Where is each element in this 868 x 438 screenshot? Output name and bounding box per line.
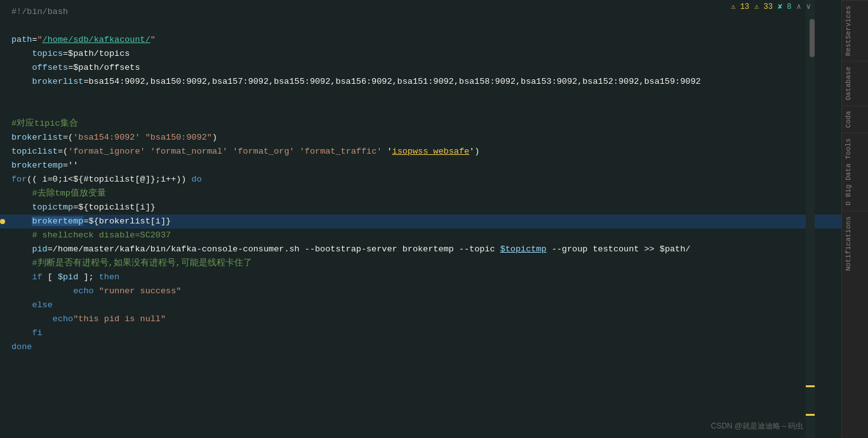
line-gutter bbox=[0, 173, 5, 187]
line-gutter bbox=[0, 340, 5, 354]
sidebar-panel-notifications[interactable]: Notifications bbox=[842, 211, 868, 276]
code-line: pid=/home/master/kafka/bin/kafka-console… bbox=[0, 242, 841, 256]
code-line: topictmp=${topiclist[i]} bbox=[0, 201, 841, 215]
line-gutter bbox=[0, 5, 5, 19]
line-text bbox=[5, 19, 816, 33]
code-line: brokerlist=('bsa154:9092' "bsa150:9092") bbox=[0, 131, 841, 145]
line-text: # shellcheck disable=SC2037 bbox=[5, 229, 816, 242]
line-gutter bbox=[0, 33, 5, 47]
line-text: #对应tipic集合 bbox=[5, 117, 816, 131]
line-gutter bbox=[0, 201, 5, 215]
line-gutter bbox=[0, 298, 5, 312]
line-gutter bbox=[0, 61, 5, 75]
line-text: brokerlist=('bsa154:9092' "bsa150:9092") bbox=[5, 131, 816, 145]
line-gutter bbox=[0, 187, 5, 201]
sidebar-panel-bigdata[interactable]: D Big Data Tools bbox=[842, 133, 868, 211]
line-text: echo "runner success" bbox=[5, 284, 816, 298]
code-line bbox=[0, 19, 841, 33]
code-line: brokerlist=bsa154:9092,bsa150:9092,bsa15… bbox=[0, 75, 841, 89]
scrollbar-track[interactable] bbox=[806, 0, 815, 438]
line-gutter bbox=[0, 117, 5, 131]
line-gutter bbox=[0, 270, 5, 284]
line-gutter bbox=[0, 229, 5, 242]
scroll-marker-2 bbox=[806, 414, 815, 416]
line-text: else bbox=[5, 298, 816, 312]
line-gutter bbox=[0, 215, 5, 229]
chevron-up-icon[interactable]: ∧ bbox=[797, 2, 801, 11]
line-text: echo"this pid is null" bbox=[5, 312, 816, 326]
line-gutter bbox=[0, 89, 5, 103]
line-text: if [ $pid ]; then bbox=[5, 270, 816, 284]
line-text: fi bbox=[5, 326, 816, 340]
line-text bbox=[5, 103, 816, 117]
line-text: done bbox=[5, 340, 816, 354]
watermark: CSDN @就是迪迪略～码虫 bbox=[711, 421, 803, 432]
code-line: #去除tmp值放变量 bbox=[0, 187, 841, 201]
line-gutter bbox=[0, 159, 5, 173]
code-lines: #!/bin/bash path="/home/sdb/kafkacount/"… bbox=[0, 0, 841, 359]
code-line: offsets=$path/offsets bbox=[0, 61, 841, 75]
error-count[interactable]: ⚠ 33 bbox=[754, 2, 773, 11]
line-text: #!/bin/bash bbox=[5, 5, 816, 19]
code-line: fi bbox=[0, 326, 841, 340]
line-text: for(( i=0;i<${#topiclist[@]};i++)) do bbox=[5, 173, 816, 187]
sidebar-panel-restservices[interactable]: RestServices bbox=[842, 0, 868, 61]
code-editor: ⚠ 13 ⚠ 33 ✘ 8 ∧ ∨ #!/bin/bash path="/hom… bbox=[0, 0, 841, 438]
line-gutter bbox=[0, 256, 5, 270]
line-text: brokerlist=bsa154:9092,bsa150:9092,bsa15… bbox=[5, 75, 816, 89]
line-gutter bbox=[0, 47, 5, 61]
right-sidebar: RestServices Database Coda D Big Data To… bbox=[841, 0, 868, 438]
line-text: topiclist=('format_ignore' 'format_norma… bbox=[5, 145, 816, 159]
line-gutter bbox=[0, 284, 5, 298]
code-line: if [ $pid ]; then bbox=[0, 270, 841, 284]
line-text: topictmp=${topiclist[i]} bbox=[5, 201, 816, 215]
scrollbar-thumb[interactable] bbox=[810, 19, 815, 57]
code-line: done bbox=[0, 340, 841, 354]
top-bar: ⚠ 13 ⚠ 33 ✘ 8 ∧ ∨ bbox=[726, 0, 816, 13]
chevron-down-icon[interactable]: ∨ bbox=[806, 2, 811, 11]
line-gutter bbox=[0, 242, 5, 256]
warning-count[interactable]: ⚠ 13 bbox=[731, 2, 749, 11]
line-text bbox=[5, 89, 816, 103]
code-line bbox=[0, 89, 841, 103]
line-text: #去除tmp值放变量 bbox=[5, 187, 816, 201]
line-gutter bbox=[0, 75, 5, 89]
line-gutter bbox=[0, 19, 5, 33]
line-text: offsets=$path/offsets bbox=[5, 61, 816, 75]
code-line: echo "runner success" bbox=[0, 284, 841, 298]
code-line bbox=[0, 103, 841, 117]
line-text: pid=/home/master/kafka/bin/kafka-console… bbox=[5, 242, 816, 256]
code-line: topics=$path/topics bbox=[0, 47, 841, 61]
code-line: path="/home/sdb/kafkacount/" bbox=[0, 33, 841, 47]
code-line: echo"this pid is null" bbox=[0, 312, 841, 326]
code-line: for(( i=0;i<${#topiclist[@]};i++)) do bbox=[0, 173, 841, 187]
line-text: #判断是否有进程号,如果没有进程号,可能是线程卡住了 bbox=[5, 256, 816, 270]
sidebar-panel-coda[interactable]: Coda bbox=[842, 105, 868, 133]
code-line: #判断是否有进程号,如果没有进程号,可能是线程卡住了 bbox=[0, 256, 841, 270]
code-line: brokertemp='' bbox=[0, 159, 841, 173]
code-line: topiclist=('format_ignore' 'format_norma… bbox=[0, 145, 841, 159]
line-gutter bbox=[0, 131, 5, 145]
line-gutter bbox=[0, 326, 5, 340]
line-text: topics=$path/topics bbox=[5, 47, 816, 61]
code-line-selected: brokertemp=${brokerlist[i]} bbox=[0, 215, 841, 229]
line-gutter bbox=[0, 312, 5, 326]
scroll-marker-1 bbox=[806, 385, 815, 387]
code-line: else bbox=[0, 298, 841, 312]
code-line: #!/bin/bash bbox=[0, 5, 841, 19]
info-count[interactable]: ✘ 8 bbox=[778, 2, 792, 11]
line-gutter bbox=[0, 145, 5, 159]
code-line: #对应tipic集合 bbox=[0, 117, 841, 131]
line-text: brokertemp=${brokerlist[i]} bbox=[5, 215, 816, 229]
line-text: path="/home/sdb/kafkacount/" bbox=[5, 33, 816, 47]
code-line: # shellcheck disable=SC2037 bbox=[0, 229, 841, 242]
line-gutter bbox=[0, 103, 5, 117]
sidebar-panel-database[interactable]: Database bbox=[842, 61, 868, 105]
line-text: brokertemp='' bbox=[5, 159, 816, 173]
